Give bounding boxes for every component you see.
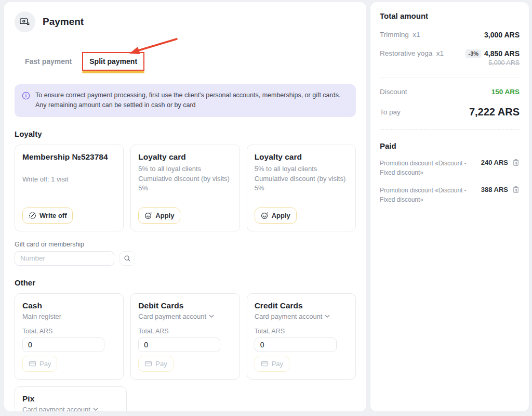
amount-label: Total, ARS: [255, 328, 348, 335]
paid-item-amount: 388 ARS: [481, 186, 508, 193]
method-card-credit: Credit Cards Card payment account Total,…: [247, 293, 356, 380]
delete-paid-button[interactable]: [512, 186, 520, 193]
method-card-pix: Pix Card payment account Total, ARS: [15, 386, 127, 411]
paid-item-name: Promotion discount «Discount - Fixed dis…: [380, 186, 468, 204]
loyalty-card: Loyalty card 5% to all loyal clients Cum…: [247, 145, 356, 231]
membership-title: Membership №523784: [22, 152, 116, 162]
paid-heading: Paid: [380, 141, 520, 150]
paid-item: Promotion discount «Discount - Fixed dis…: [380, 186, 520, 204]
tab-fast-payment[interactable]: Fast payment: [20, 53, 77, 70]
page-title: Payment: [43, 16, 84, 28]
loyalty-card-line: 5%: [138, 184, 232, 193]
account-dropdown[interactable]: Card payment account: [138, 313, 232, 320]
to-pay-label: To pay: [380, 108, 401, 116]
gift-card-search: [15, 251, 356, 266]
apply-label: Apply: [155, 212, 174, 219]
account-dropdown[interactable]: Card payment account: [255, 313, 348, 320]
item-price: 3,000 ARS: [484, 31, 520, 39]
discount-value: 150 ARS: [491, 88, 520, 96]
loyalty-cards-row: Membership №523784 Write off: 1 visit Wr…: [15, 145, 356, 231]
pay-button-debit[interactable]: Pay: [138, 356, 173, 372]
discount-label: Discount: [380, 88, 407, 96]
apply-button[interactable]: Apply: [255, 207, 297, 224]
amount-input-cash[interactable]: [22, 337, 104, 352]
write-off-button[interactable]: Write off: [22, 207, 73, 224]
method-title: Credit Cards: [255, 301, 348, 310]
payment-header: Payment: [15, 11, 356, 32]
pay-label: Pay: [39, 360, 51, 368]
info-banner-line1: To ensure correct payment processing, fi…: [35, 92, 340, 99]
item-price-value: 4,850 ARS: [484, 49, 520, 58]
divider: [380, 77, 520, 77]
summary-item: Trimming x1 3,000 ARS: [380, 31, 520, 39]
total-amount-panel: Total amount Trimming x1 3,000 ARS Resto…: [370, 2, 529, 411]
tab-split-payment[interactable]: Split payment: [89, 57, 137, 66]
card-icon: [261, 360, 269, 368]
card-icon: [144, 360, 152, 368]
method-subtitle: Main register: [22, 313, 116, 320]
total-amount-title: Total amount: [380, 11, 520, 20]
method-card-cash: Cash Main register Total, ARS Pay: [15, 293, 124, 380]
loyalty-card-title: Loyalty card: [255, 152, 348, 162]
item-qty: x1: [413, 31, 420, 38]
paid-item: Promotion discount «Discount - Fixed dis…: [380, 159, 520, 177]
amount-input-debit[interactable]: [138, 337, 220, 352]
search-button[interactable]: [119, 251, 135, 266]
item-price: -3%4,850 ARS: [466, 49, 520, 58]
method-subtitle-label: Main register: [22, 313, 61, 320]
pay-button-credit[interactable]: Pay: [255, 356, 289, 372]
info-banner-text: To ensure correct payment processing, fi…: [35, 90, 340, 111]
pay-button-cash[interactable]: Pay: [22, 356, 57, 372]
smiley-icon: [261, 212, 269, 219]
item-name: Trimming x1: [380, 31, 420, 38]
amount-input-credit[interactable]: [255, 337, 337, 352]
paid-item-amount: 240 ARS: [481, 159, 508, 166]
chevron-down-icon: [209, 315, 214, 318]
membership-card: Membership №523784 Write off: 1 visit Wr…: [15, 145, 124, 231]
membership-note: Write off: 1 visit: [22, 175, 116, 183]
loyalty-card-line: 5% to all loyal clients: [138, 164, 232, 174]
other-heading: Other: [15, 278, 356, 287]
summary-item: Restorative yoga x1 -3%4,850 ARS 5,000 A…: [380, 49, 520, 67]
discount-percent-badge: -3%: [466, 49, 481, 58]
item-qty: x1: [436, 49, 444, 57]
delete-paid-button[interactable]: [512, 159, 520, 166]
gift-number-input[interactable]: [15, 251, 114, 266]
payment-icon: [15, 11, 35, 32]
gift-card-label: Gift card or membership: [15, 241, 356, 248]
payment-panel: Payment Fast payment Split payment To en…: [4, 2, 366, 411]
account-dropdown-label: Card payment account: [138, 313, 206, 320]
to-pay-value: 7,222 ARS: [469, 106, 520, 118]
info-icon: [22, 92, 30, 100]
item-label: Trimming: [380, 31, 409, 38]
payment-methods-row: Cash Main register Total, ARS Pay Debit …: [15, 293, 356, 380]
amount-label: Total, ARS: [138, 328, 232, 335]
loyalty-card-line: 5%: [255, 184, 348, 193]
pay-label: Pay: [272, 360, 283, 368]
account-dropdown[interactable]: Card payment account: [22, 406, 119, 411]
loyalty-card-title: Loyalty card: [138, 152, 232, 162]
loyalty-card-line: Cumulative discount (by visits): [255, 174, 348, 184]
write-off-label: Write off: [39, 212, 66, 219]
apply-button[interactable]: Apply: [138, 207, 180, 224]
method-title: Pix: [22, 394, 119, 404]
loyalty-card-line: 5% to all loyal clients: [255, 164, 348, 174]
info-banner-line2: Any remaining amount can be settled in c…: [35, 101, 196, 109]
trash-icon: [512, 159, 520, 166]
active-tab-underline: [82, 71, 144, 73]
search-icon: [124, 255, 131, 262]
apply-label: Apply: [272, 212, 290, 219]
payment-tabs: Fast payment Split payment: [20, 50, 356, 73]
method-card-debit: Debit Cards Card payment account Total, …: [130, 293, 240, 380]
loyalty-heading: Loyalty: [15, 129, 356, 138]
trash-icon: [512, 186, 520, 193]
card-icon: [29, 360, 36, 368]
amount-label: Total, ARS: [22, 328, 116, 335]
chevron-down-icon: [325, 315, 330, 318]
method-title: Debit Cards: [138, 301, 232, 310]
method-title: Cash: [22, 301, 116, 310]
dashed-divider: [380, 129, 520, 130]
loyalty-card: Loyalty card 5% to all loyal clients Cum…: [130, 145, 240, 231]
to-pay-row: To pay 7,222 ARS: [380, 106, 520, 118]
tab-split-payment-highlight: Split payment: [82, 52, 144, 71]
